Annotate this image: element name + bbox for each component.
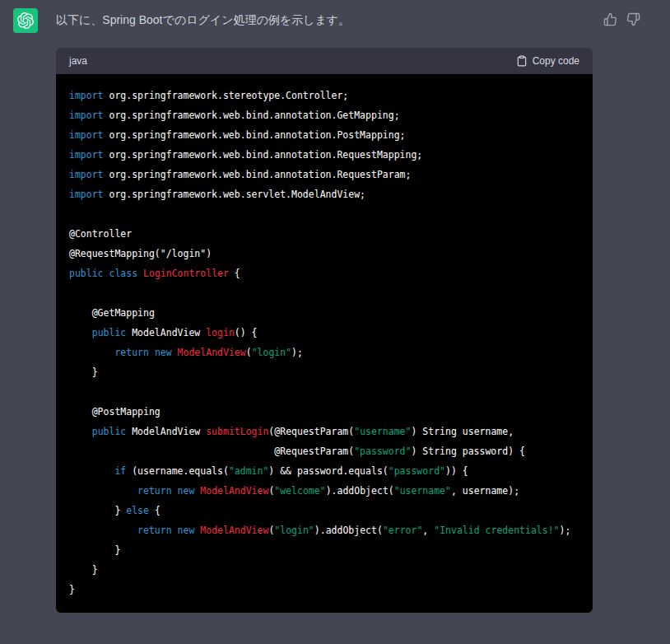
- code-line: import org.springframework.web.servlet.M…: [69, 184, 579, 204]
- code-line: }: [69, 560, 579, 580]
- code-line: }: [69, 362, 579, 382]
- code-line: @PostMapping: [69, 402, 579, 422]
- code-line: import org.springframework.web.bind.anno…: [69, 145, 579, 165]
- code-line: if (username.equals("admin") && password…: [69, 461, 579, 481]
- clipboard-icon: [516, 55, 528, 67]
- thumbs-down-icon: [626, 12, 640, 26]
- thumbs-up-icon: [603, 12, 617, 26]
- chatgpt-avatar: [13, 8, 38, 33]
- copy-code-button[interactable]: Copy code: [516, 55, 579, 67]
- code-line: } else {: [69, 501, 579, 520]
- copy-code-label: Copy code: [533, 55, 579, 67]
- code-line: return new ModelAndView("login");: [69, 343, 579, 362]
- code-line: [69, 382, 579, 402]
- code-line: import org.springframework.web.bind.anno…: [69, 165, 579, 184]
- code-line: [69, 283, 579, 303]
- code-line: [69, 204, 579, 224]
- code-line: @RequestParam("password") String passwor…: [69, 441, 579, 461]
- code-content: import org.springframework.stereotype.Co…: [56, 74, 593, 613]
- code-line: }: [69, 540, 579, 560]
- code-line: return new ModelAndView("login").addObje…: [69, 520, 579, 540]
- code-line: @GetMapping: [69, 303, 579, 323]
- code-line: import org.springframework.stereotype.Co…: [69, 86, 579, 105]
- code-block-header: java Copy code: [56, 48, 593, 74]
- code-line: @RequestMapping("/login"): [69, 244, 579, 264]
- code-line: public ModelAndView login() {: [69, 323, 579, 343]
- chatgpt-assistant-message: { "message": { "avatar_color": "#19c37d"…: [0, 0, 670, 644]
- code-line: }: [69, 580, 579, 600]
- code-line: import org.springframework.web.bind.anno…: [69, 105, 579, 125]
- feedback-controls: [603, 12, 640, 29]
- openai-logo-icon: [17, 12, 34, 29]
- code-line: import org.springframework.web.bind.anno…: [69, 125, 579, 145]
- thumbs-down-button[interactable]: [626, 12, 640, 29]
- code-line: @Controller: [69, 224, 579, 244]
- code-language-label: java: [69, 55, 87, 67]
- code-line: return new ModelAndView("welcome").addOb…: [69, 481, 579, 501]
- code-block: java Copy code import org.springframewor…: [56, 48, 593, 613]
- message-text: 以下に、Spring Bootでのログイン処理の例を示します。: [56, 8, 593, 31]
- message-content: 以下に、Spring Bootでのログイン処理の例を示します。 java Cop…: [56, 8, 593, 613]
- code-line: public ModelAndView submitLogin(@Request…: [69, 422, 579, 441]
- thumbs-up-button[interactable]: [603, 12, 617, 29]
- message-row: 以下に、Spring Bootでのログイン処理の例を示します。 java Cop…: [0, 0, 670, 613]
- code-line: public class LoginController {: [69, 264, 579, 283]
